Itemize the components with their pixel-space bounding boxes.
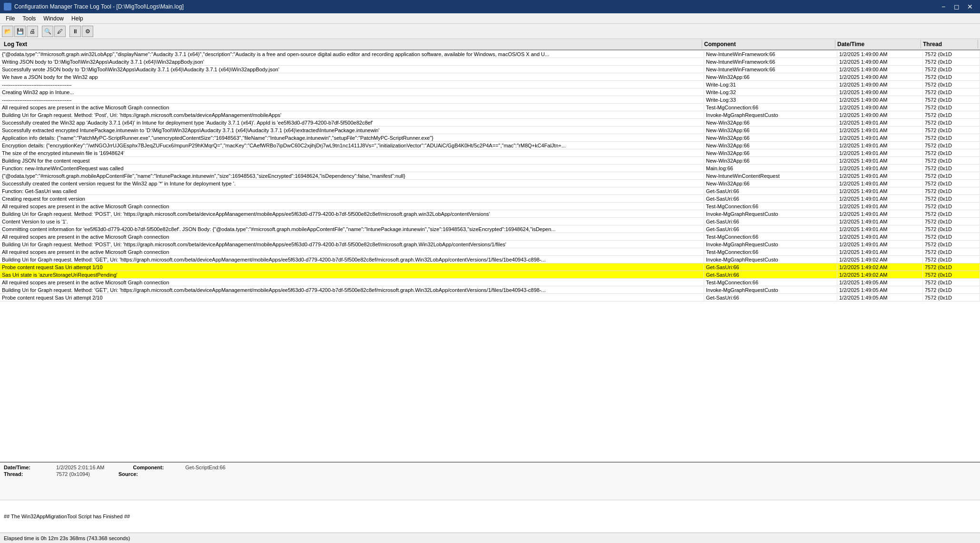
table-row[interactable]: Sas Uri state is 'azureStorageUriRequest… [0,271,980,279]
table-row[interactable]: All required scopes are present in the a… [0,233,980,241]
log-table-header: Log Text Component Date/Time Thread [0,39,980,50]
table-row[interactable]: The size of the encrypted intunewin file… [0,149,980,157]
log-datetime-cell: 1/2/2025 1:49:00 AM [837,58,923,65]
table-row[interactable]: Building Uri for Graph request. Method: … [0,111,980,119]
log-text-cell: Creating Win32 app in Intune... [0,89,704,96]
log-component-cell: Main.log:66 [704,165,837,172]
log-component-cell: New-IntuneWinContentRequest [704,173,837,179]
log-datetime-cell: 1/2/2025 1:49:00 AM [837,51,923,58]
log-datetime-cell: 1/2/2025 1:49:00 AM [837,81,923,88]
log-datetime-cell: 1/2/2025 1:49:01 AM [837,218,923,225]
open-button[interactable]: 📂 [2,26,13,37]
highlight-button[interactable]: 🖊 [54,26,66,37]
log-text-cell: Probe content request Sas Uri attempt 2/… [0,294,704,301]
component-label: Component: [133,465,176,470]
log-component-cell: Test-MgConnection:66 [704,249,837,255]
header-thread: Thread [921,40,978,48]
table-row[interactable]: Building Uri for Graph request. Method: … [0,241,980,248]
table-row[interactable]: Function: new-IntuneWinContentRequest wa… [0,165,980,172]
table-row[interactable]: Building Uri for Graph request. Method: … [0,210,980,218]
table-row[interactable]: Building Uri for Graph request. Method: … [0,286,980,294]
minimize-button[interactable]: − [937,2,950,11]
log-component-cell: New-Win32App:66 [704,119,837,126]
table-row[interactable]: All required scopes are present in the a… [0,203,980,210]
table-row[interactable]: Creating Win32 app in Intune...Write-Log… [0,88,980,96]
restore-button[interactable]: ◻ [951,2,963,11]
log-component-cell: Write-Log:33 [704,97,837,103]
close-button[interactable]: ✕ [964,2,976,11]
log-datetime-cell: 1/2/2025 1:49:00 AM [837,112,923,118]
log-component-cell: Write-Log:32 [704,89,837,96]
log-thread-cell: 7572 (0x1D [923,157,980,164]
log-thread-cell: 7572 (0x1D [923,150,980,156]
log-datetime-cell: 1/2/2025 1:49:00 AM [837,66,923,73]
log-thread-cell: 7572 (0x1D [923,264,980,271]
log-datetime-cell: 1/2/2025 1:49:00 AM [837,74,923,80]
log-text-cell: The size of the encrypted intunewin file… [0,150,704,156]
title-bar: Configuration Manager Trace Log Tool - [… [0,0,980,13]
log-datetime-cell: 1/2/2025 1:49:01 AM [837,142,923,149]
log-thread-cell: 7572 (0x1D [923,112,980,118]
log-text-cell: All required scopes are present in the a… [0,104,704,111]
table-row[interactable]: Successfully wrote JSON body to 'D:\MigT… [0,66,980,73]
log-thread-cell: 7572 (0x1D [923,249,980,255]
table-row[interactable]: Creating request for content versionGet-… [0,195,980,203]
table-row[interactable]: Building JSON for the content requestNew… [0,157,980,165]
log-text-cell: Function: new-IntuneWinContentRequest wa… [0,165,704,172]
log-text-cell: Application info details: {"name":"Patch… [0,135,704,141]
datetime-value: 1/2/2025 2:01:16 AM [56,465,105,470]
thread-value: 7572 (0x1094) [56,471,90,477]
print-button[interactable]: 🖨 [27,26,38,37]
table-row[interactable]: Application info details: {"name":"Patch… [0,134,980,142]
log-component-cell: Get-SasUri:66 [704,272,837,278]
pause-button[interactable]: ⏸ [69,26,81,37]
title-bar-controls: − ◻ ✕ [937,2,976,11]
table-row[interactable]: All required scopes are present in the a… [0,279,980,286]
log-datetime-cell: 1/2/2025 1:49:01 AM [837,157,923,164]
log-component-cell: New-Win32App:66 [704,135,837,141]
table-row[interactable]: Encryption details: {"encryptionKey":"/w… [0,142,980,149]
log-thread-cell: 7572 (0x1D [923,89,980,96]
table-row[interactable]: Successfully created the Win32 app 'Auda… [0,119,980,126]
log-component-cell: Get-SasUri:66 [704,264,837,271]
log-datetime-cell: 1/2/2025 1:49:00 AM [837,97,923,103]
settings-button[interactable]: ⚙ [82,26,93,37]
menu-tools[interactable]: Tools [19,14,39,23]
log-thread-cell: 7572 (0x1D [923,81,980,88]
log-text-cell: All required scopes are present in the a… [0,249,704,255]
table-row[interactable]: {"@odata.type":"#microsoft.graph.win32Lo… [0,50,980,58]
log-datetime-cell: 1/2/2025 1:49:01 AM [837,119,923,126]
save-button[interactable]: 💾 [14,26,26,37]
table-row[interactable]: Content Version to use is '1'.Get-SasUri… [0,218,980,225]
table-row[interactable]: Probe content request Sas Uri attempt 2/… [0,294,980,301]
table-row[interactable]: ----------------------------------------… [0,96,980,104]
log-component-cell: New-IntuneWinFramework:66 [704,51,837,58]
table-row[interactable]: Successfully extracted encrypted IntuneP… [0,126,980,134]
log-component-cell: Write-Log:31 [704,81,837,88]
log-thread-cell: 7572 (0x1D [923,294,980,301]
menu-file[interactable]: File [2,14,19,23]
table-row[interactable]: All required scopes are present in the a… [0,248,980,256]
table-row[interactable]: Building Uri for Graph request. Method: … [0,256,980,263]
log-datetime-cell: 1/2/2025 1:49:01 AM [837,180,923,187]
log-thread-cell: 7572 (0x1D [923,119,980,126]
menu-help[interactable]: Help [68,14,87,23]
log-component-cell: Get-SasUri:66 [704,188,837,194]
table-row[interactable]: Committing content information for 'ee5f… [0,225,980,233]
table-row[interactable]: {"@odata.type":"#microsoft.graph.mobileA… [0,172,980,180]
log-thread-cell: 7572 (0x1D [923,74,980,80]
log-text-cell: Writing JSON body to 'D:\MigTool\Win32Ap… [0,58,704,65]
log-body[interactable]: {"@odata.type":"#microsoft.graph.win32Lo… [0,50,980,462]
table-row[interactable]: Writing JSON body to 'D:\MigTool\Win32Ap… [0,58,980,66]
table-row[interactable]: All required scopes are present in the a… [0,104,980,111]
table-row[interactable]: Probe content request Sas Uri attempt 1/… [0,263,980,271]
table-row[interactable]: Function: Get-SasUri was calledGet-SasUr… [0,187,980,195]
datetime-label: Date/Time: [4,465,47,470]
find-button[interactable]: 🔍 [42,26,53,37]
table-row[interactable]: Successfully created the content version… [0,180,980,187]
log-text-cell: Creating request for content version [0,195,704,202]
table-row[interactable]: We have a JSON body for the Win32 appNew… [0,73,980,81]
table-row[interactable]: ----------------------------------------… [0,81,980,88]
log-thread-cell: 7572 (0x1D [923,51,980,58]
menu-window[interactable]: Window [39,14,68,23]
